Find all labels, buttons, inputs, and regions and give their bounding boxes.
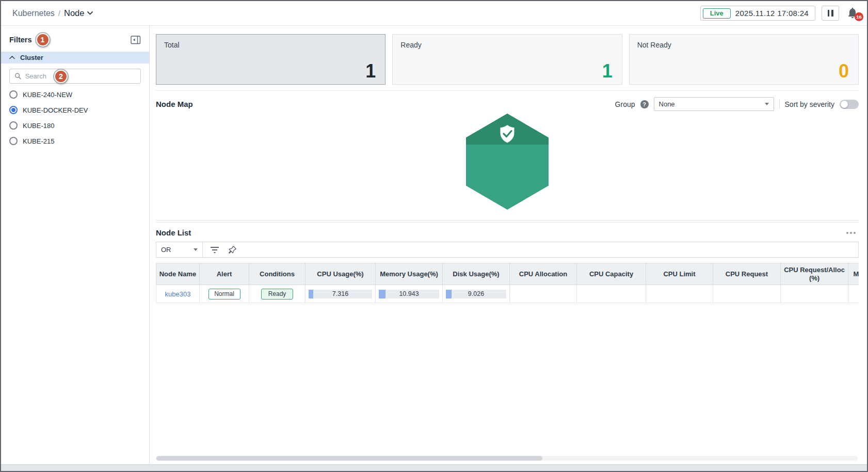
cell-empty: [510, 285, 577, 303]
card-not-ready[interactable]: Not Ready 0: [629, 34, 859, 85]
node-table-wrap: Node Name Alert Conditions CPU Usage(%) …: [156, 263, 859, 303]
conditions-badge: Ready: [261, 289, 293, 300]
scrollbar-thumb[interactable]: [156, 456, 542, 461]
summary-cards: Total 1 Ready 1 Not Ready 0: [156, 34, 859, 85]
timestamp: 2025.11.12 17:08:24: [735, 9, 809, 18]
top-bar: Kubernetes / Node Live 2025.11.12 17:08:…: [1, 1, 867, 26]
collapse-sidebar-button[interactable]: [131, 36, 141, 44]
cluster-option-kube-180[interactable]: KUBE-180: [1, 118, 149, 133]
cell-memory-usage: 10.943: [376, 285, 443, 303]
card-ready[interactable]: Ready 1: [392, 34, 622, 85]
chevron-down-icon: [765, 103, 769, 105]
bar-value: 10.943: [379, 290, 439, 298]
cell-conditions: Ready: [249, 285, 306, 303]
cell-empty: [713, 285, 781, 303]
pin-button[interactable]: [228, 245, 237, 255]
col-disk-usage: Disk Usage(%): [443, 263, 510, 285]
radio-icon: [9, 90, 18, 99]
col-cpu-request-alloc: CPU Request/Alloc (%): [781, 263, 848, 285]
sort-by-severity-toggle[interactable]: [840, 100, 859, 109]
radio-icon: [9, 121, 18, 130]
col-memory-usage: Memory Usage(%): [376, 263, 443, 285]
cell-empty: [646, 285, 713, 303]
col-cpu-request: CPU Request: [713, 263, 781, 285]
main-content: Total 1 Ready 1 Not Ready 0 Node Map Gro…: [150, 26, 867, 464]
breadcrumb-app[interactable]: Kubernetes: [12, 9, 55, 18]
cell-cpu-usage: 7.316: [306, 285, 376, 303]
col-cpu-usage: CPU Usage(%): [306, 263, 376, 285]
annotation-badge-1: 1: [36, 33, 50, 46]
bar-value: 9.026: [446, 290, 506, 298]
notification-count-badge: 16: [855, 12, 863, 21]
col-node-name: Node Name: [156, 263, 200, 285]
table-filter-bar: OR: [156, 242, 859, 258]
breadcrumb-page-menu[interactable]: Node: [64, 8, 93, 18]
cluster-section-header[interactable]: Cluster: [1, 52, 149, 64]
filter-button[interactable]: [211, 246, 220, 254]
bar-value: 7.316: [309, 290, 372, 298]
cluster-search-box: 2: [9, 69, 141, 84]
node-hexagon[interactable]: [466, 114, 549, 212]
chevron-down-icon: [194, 248, 198, 251]
cluster-option-kube-docker-dev[interactable]: KUBE-DOCKER-DEV: [1, 102, 149, 118]
annotation-badge-2: 2: [54, 70, 68, 83]
radio-icon: [9, 106, 18, 114]
col-cpu-limit: CPU Limit: [646, 263, 713, 285]
time-range-picker[interactable]: Live 2025.11.12 17:08:24: [700, 6, 815, 21]
node-link[interactable]: kube303: [165, 290, 191, 298]
app-window: Kubernetes / Node Live 2025.11.12 17:08:…: [0, 0, 868, 472]
chevron-down-icon: [87, 11, 93, 15]
search-input[interactable]: [25, 72, 136, 80]
memory-usage-bar: 10.943: [379, 290, 439, 298]
group-select-value: None: [659, 100, 675, 108]
cluster-option-label: KUBE-240-NEW: [23, 91, 72, 99]
radio-icon: [9, 137, 18, 145]
node-table: Node Name Alert Conditions CPU Usage(%) …: [156, 263, 859, 303]
body: Filters 1 Cluster: [1, 26, 867, 464]
cluster-section-label: Cluster: [20, 54, 43, 61]
logic-operator-select[interactable]: OR: [156, 242, 203, 257]
card-value: 1: [602, 60, 613, 82]
card-total[interactable]: Total 1: [156, 34, 385, 85]
col-truncated: Me: [848, 263, 859, 285]
card-value: 0: [839, 60, 849, 82]
disk-usage-bar: 9.026: [446, 290, 506, 298]
question-icon[interactable]: ?: [640, 100, 649, 108]
filters-title: Filters: [9, 36, 32, 44]
empty-area: [156, 303, 859, 456]
logic-operator-value: OR: [161, 246, 171, 254]
table-row: kube303 Normal Ready: [156, 285, 859, 303]
topbar-right: Live 2025.11.12 17:08:24 16: [700, 6, 860, 21]
node-map-header: Node Map Group ? None Sort by severity: [156, 97, 859, 111]
cluster-option-kube-215[interactable]: KUBE-215: [1, 133, 149, 149]
breadcrumb-separator: /: [58, 9, 60, 18]
cluster-option-label: KUBE-DOCKER-DEV: [23, 106, 88, 114]
bottom-strip: [1, 464, 867, 471]
more-menu-icon[interactable]: [843, 230, 859, 236]
cell-disk-usage: 9.026: [443, 285, 510, 303]
col-cpu-capacity: CPU Capacity: [577, 263, 646, 285]
group-label: Group: [615, 100, 635, 108]
pause-button[interactable]: [822, 6, 839, 21]
node-map-title: Node Map: [156, 100, 193, 108]
node-list-header: Node List: [156, 228, 859, 237]
pause-icon: [828, 10, 830, 17]
node-list-title: Node List: [156, 228, 191, 237]
pin-icon: [228, 245, 237, 255]
node-map-controls: Group ? None Sort by severity: [615, 97, 859, 111]
notifications-button[interactable]: 16: [846, 7, 860, 20]
cell-node-name: kube303: [156, 285, 200, 303]
group-select[interactable]: None: [654, 97, 774, 111]
cell-empty: [781, 285, 848, 303]
cell-empty: [577, 285, 646, 303]
card-label: Ready: [400, 41, 614, 49]
card-label: Not Ready: [637, 41, 850, 49]
filter-icon: [211, 246, 220, 254]
cluster-option-label: KUBE-215: [23, 137, 54, 145]
divider: [779, 99, 780, 109]
cluster-option-kube-240-new[interactable]: KUBE-240-NEW: [1, 87, 149, 102]
filters-header: Filters 1: [1, 32, 149, 48]
breadcrumb-page-label: Node: [64, 8, 84, 18]
filters-sidebar: Filters 1 Cluster: [1, 26, 150, 464]
horizontal-scrollbar: [156, 456, 858, 461]
